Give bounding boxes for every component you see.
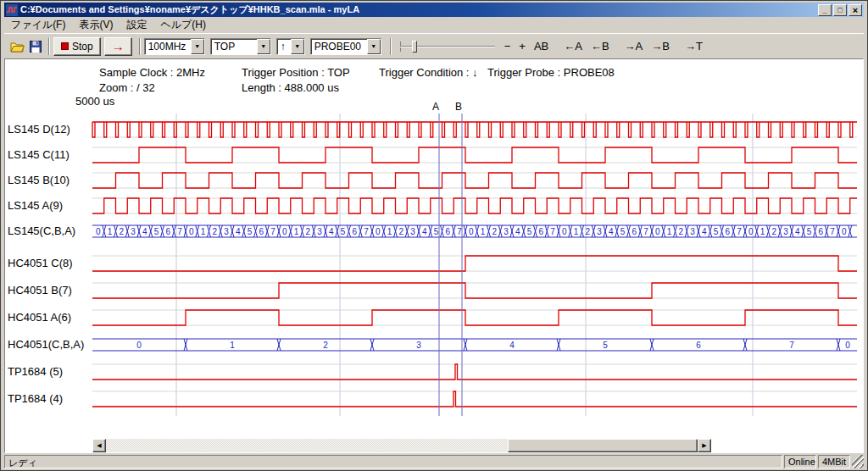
status-ready-text: レディ [4, 455, 782, 468]
trigger-edge-select[interactable]: ↑ ▼ [276, 38, 305, 55]
trigger-condition-info: Trigger Condition : ↓ [379, 66, 478, 79]
toolbar-separator [390, 38, 392, 55]
toolbar-separator [139, 38, 141, 55]
zoom-slider[interactable] [400, 38, 495, 55]
horizontal-scrollbar[interactable]: ◀ ▶ [92, 439, 711, 452]
run-arrow-icon: → [112, 39, 125, 53]
run-button[interactable]: → [104, 37, 132, 56]
menu-bar: ファイル(F) 表示(V) 設定 ヘルプ(H) [4, 17, 864, 33]
sample-clock-info: Sample Clock : 2MHz [99, 66, 205, 79]
menu-file[interactable]: ファイル(F) [4, 16, 72, 34]
trigger-probe-info: Trigger Probe : PROBE08 [487, 66, 615, 79]
close-button[interactable]: × [849, 4, 862, 16]
status-memory-badge: 4MBit [818, 455, 850, 468]
app-icon[interactable] [6, 4, 18, 16]
window-title: C:¥Documents and Settings¥noname¥デスクトップ¥… [20, 3, 816, 16]
menu-help[interactable]: ヘルプ(H) [153, 16, 213, 34]
chevron-down-icon[interactable]: ▼ [191, 39, 204, 54]
save-floppy-icon [30, 41, 42, 53]
sample-clock-value: 100MHz [145, 39, 191, 54]
status-bar: レディ Online 4MBit [4, 455, 864, 468]
slider-handle[interactable] [412, 41, 417, 53]
trigger-position-value: TOP [211, 39, 257, 54]
resize-grip[interactable] [852, 455, 864, 468]
goto-trigger-button[interactable]: →T [681, 38, 707, 54]
zoom-ab-button[interactable]: AB [530, 38, 553, 54]
chevron-down-icon[interactable]: ▼ [367, 39, 381, 54]
trigger-probe-select[interactable]: PROBE00 ▼ [310, 38, 381, 55]
scroll-left-button[interactable]: ◀ [92, 439, 106, 452]
zoom-info: Zoom : / 32 [99, 81, 155, 94]
waveform-area [4, 58, 864, 453]
status-online-badge: Online [784, 455, 816, 468]
zoom-in-button[interactable]: + [515, 38, 530, 54]
chevron-down-icon[interactable]: ▼ [257, 39, 270, 54]
scrollbar-thumb[interactable] [508, 439, 698, 452]
app-window: C:¥Documents and Settings¥noname¥デスクトップ¥… [0, 0, 868, 471]
toolbar-separator [48, 38, 50, 55]
scrollbar-track[interactable] [106, 439, 698, 452]
toolbar: Stop → 100MHz ▼ TOP ▼ ↑ ▼ PROBE00 ▼ − + [4, 33, 864, 58]
trigger-edge-value: ↑ [277, 39, 291, 54]
time-scale-label: 5000 us [75, 95, 114, 108]
stop-label: Stop [72, 41, 93, 53]
goto-marker-b-right-button[interactable]: →B [647, 38, 674, 54]
trigger-position-select[interactable]: TOP ▼ [210, 38, 271, 55]
menu-settings[interactable]: 設定 [120, 16, 153, 34]
sample-clock-select[interactable]: 100MHz ▼ [144, 38, 205, 55]
maximize-button[interactable]: □ [833, 4, 847, 16]
stop-button[interactable]: Stop [53, 37, 101, 56]
trigger-probe-value: PROBE00 [311, 39, 367, 54]
stop-icon [61, 42, 69, 50]
goto-marker-a-right-button[interactable]: →A [620, 38, 648, 54]
title-bar[interactable]: C:¥Documents and Settings¥noname¥デスクトップ¥… [4, 3, 864, 17]
chevron-down-icon[interactable]: ▼ [291, 39, 304, 54]
menu-view[interactable]: 表示(V) [72, 16, 120, 34]
minimize-button[interactable]: _ [818, 4, 832, 16]
save-button[interactable] [26, 37, 45, 56]
length-info: Length : 488.000 us [242, 81, 339, 94]
trigger-position-info: Trigger Position : TOP [242, 66, 350, 79]
open-folder-icon [10, 41, 25, 53]
scroll-right-button[interactable]: ▶ [698, 439, 711, 452]
open-file-button[interactable] [8, 37, 26, 56]
goto-marker-b-left-button[interactable]: ←B [587, 38, 614, 54]
goto-marker-a-left-button[interactable]: ←A [559, 38, 587, 54]
zoom-out-button[interactable]: − [500, 38, 515, 54]
